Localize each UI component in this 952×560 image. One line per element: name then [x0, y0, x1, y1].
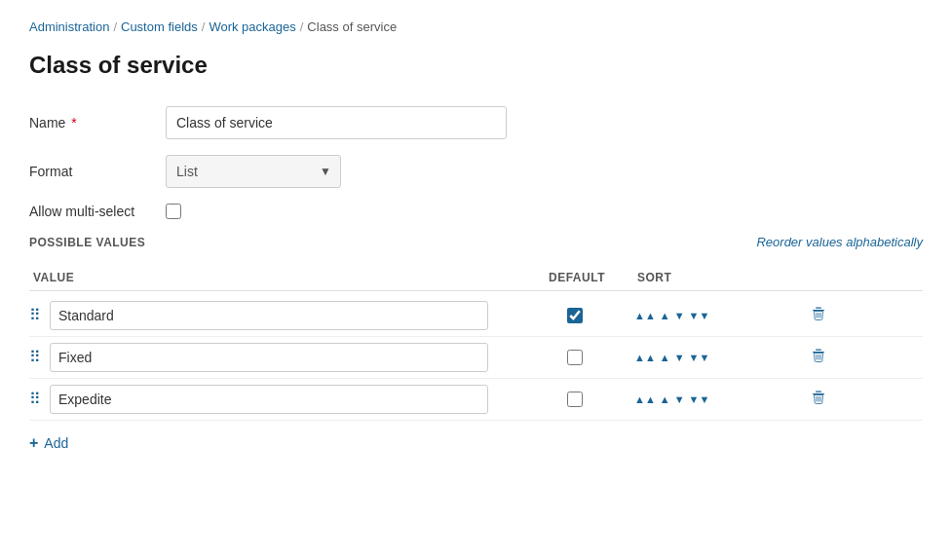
page-title: Class of service	[29, 52, 923, 79]
custom-field-form: Name * Format ListTextIntegerFloatDateBo…	[29, 106, 633, 219]
col-header-default: DEFAULT	[516, 271, 633, 284]
format-select[interactable]: ListTextIntegerFloatDateBooleanUserVersi…	[166, 155, 341, 188]
value-input[interactable]	[50, 385, 488, 414]
col-header-value: VALUE	[29, 271, 516, 284]
sort-top-button[interactable]: ▲▲	[633, 352, 657, 364]
breadcrumb-sep-3: /	[300, 19, 304, 34]
sort-cell: ▲▲ ▲ ▼ ▼▼	[633, 393, 789, 406]
sort-up-button[interactable]: ▲	[659, 393, 671, 406]
svg-rect-0	[813, 310, 824, 311]
sort-top-button[interactable]: ▲▲	[633, 393, 657, 406]
breadcrumb-work-packages[interactable]: Work packages	[209, 19, 295, 34]
possible-values-header: POSSIBLE VALUES Reorder values alphabeti…	[29, 235, 923, 253]
table-row: ⠿ ▲▲ ▲ ▼ ▼▼	[29, 295, 923, 337]
sort-top-button[interactable]: ▲▲	[633, 310, 657, 322]
drag-handle-icon[interactable]: ⠿	[29, 308, 42, 323]
breadcrumb-sep-2: /	[202, 19, 206, 34]
breadcrumb-current: Class of service	[307, 19, 397, 34]
svg-rect-11	[816, 392, 821, 392]
drag-handle-icon[interactable]: ⠿	[29, 350, 42, 365]
delete-cell	[789, 346, 848, 369]
sort-bottom-button[interactable]: ▼▼	[688, 352, 711, 364]
required-indicator: *	[67, 115, 76, 131]
col-header-actions	[789, 271, 848, 284]
format-row: Format ListTextIntegerFloatDateBooleanUs…	[29, 155, 633, 188]
value-input[interactable]	[50, 301, 488, 330]
svg-rect-6	[816, 350, 821, 351]
sort-down-button[interactable]: ▼	[673, 310, 686, 322]
breadcrumb-custom-fields[interactable]: Custom fields	[121, 19, 198, 34]
delete-cell	[789, 388, 848, 411]
add-value-button[interactable]: + Add	[29, 434, 923, 452]
name-row: Name *	[29, 106, 633, 139]
value-cell: ⠿	[29, 343, 516, 372]
format-label: Format	[29, 164, 166, 179]
name-label: Name *	[29, 115, 166, 131]
drag-handle-icon[interactable]: ⠿	[29, 392, 42, 407]
delete-button[interactable]	[805, 304, 832, 327]
sort-up-button[interactable]: ▲	[659, 352, 671, 364]
multiselect-checkbox[interactable]	[166, 204, 181, 219]
value-input[interactable]	[50, 343, 488, 372]
default-cell	[516, 392, 633, 407]
delete-button[interactable]	[805, 346, 832, 369]
sort-bottom-button[interactable]: ▼▼	[688, 310, 711, 322]
default-cell	[516, 350, 633, 365]
breadcrumb-sep-1: /	[113, 19, 117, 34]
table-rows: ⠿ ▲▲ ▲ ▼ ▼▼	[29, 295, 923, 421]
multiselect-row: Allow multi-select	[29, 204, 633, 219]
svg-rect-5	[813, 352, 824, 353]
sort-bottom-button[interactable]: ▼▼	[688, 393, 711, 406]
sort-down-button[interactable]: ▼	[673, 393, 686, 406]
reorder-alphabetically-link[interactable]: Reorder values alphabetically	[756, 235, 923, 249]
add-label: Add	[44, 435, 68, 451]
possible-values-section: POSSIBLE VALUES Reorder values alphabeti…	[29, 235, 923, 452]
multiselect-label: Allow multi-select	[29, 204, 166, 219]
svg-rect-1	[816, 308, 821, 309]
default-checkbox[interactable]	[567, 308, 583, 323]
sort-up-button[interactable]: ▲	[659, 310, 671, 322]
delete-button[interactable]	[805, 388, 832, 411]
col-header-sort: SORT	[633, 271, 789, 284]
name-input[interactable]	[166, 106, 507, 139]
default-cell	[516, 308, 633, 323]
breadcrumb: Administration / Custom fields / Work pa…	[29, 19, 923, 34]
sort-down-button[interactable]: ▼	[673, 352, 686, 364]
table-row: ⠿ ▲▲ ▲ ▼ ▼▼	[29, 379, 923, 421]
svg-rect-10	[813, 393, 824, 394]
value-cell: ⠿	[29, 385, 516, 414]
delete-cell	[789, 304, 848, 327]
table-row: ⠿ ▲▲ ▲ ▼ ▼▼	[29, 337, 923, 379]
table-header: VALUE DEFAULT SORT	[29, 265, 923, 291]
sort-cell: ▲▲ ▲ ▼ ▼▼	[633, 352, 789, 364]
value-cell: ⠿	[29, 301, 516, 330]
sort-cell: ▲▲ ▲ ▼ ▼▼	[633, 310, 789, 322]
default-checkbox[interactable]	[567, 350, 583, 365]
possible-values-label: POSSIBLE VALUES	[29, 236, 145, 249]
plus-icon: +	[29, 434, 38, 452]
default-checkbox[interactable]	[567, 392, 583, 407]
breadcrumb-administration[interactable]: Administration	[29, 19, 109, 34]
format-select-wrapper: ListTextIntegerFloatDateBooleanUserVersi…	[166, 155, 341, 188]
